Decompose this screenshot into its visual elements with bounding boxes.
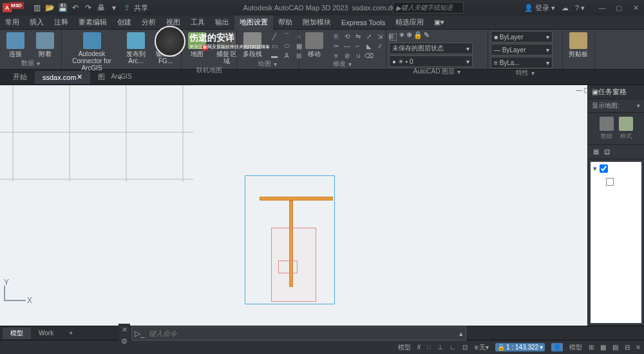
line-icon[interactable]: ╱	[269, 32, 279, 40]
tab-insert[interactable]: 插入	[24, 15, 49, 30]
help-icon[interactable]: ? ▾	[575, 4, 585, 12]
tab-express[interactable]: Express Tools	[336, 15, 390, 30]
tab-tools[interactable]: 工具	[185, 15, 210, 30]
layer-lock-icon[interactable]: 🔒	[413, 31, 422, 41]
qat-share-label[interactable]: 共享	[134, 2, 148, 14]
extend-icon[interactable]: —	[342, 42, 352, 50]
tab-output[interactable]: 输出	[210, 15, 234, 30]
attach-button[interactable]: 附着	[32, 31, 58, 59]
erase-icon[interactable]: ⌫	[364, 52, 374, 59]
tab-map-setup[interactable]: 地图设置	[234, 15, 273, 30]
status-snap-icon[interactable]: ∷	[427, 344, 431, 351]
filetab-start[interactable]: 开始	[5, 71, 35, 84]
layer-iso-icon[interactable]: ☀	[399, 31, 405, 41]
qat-dropdown-icon[interactable]: ▾	[108, 2, 120, 14]
arc-icon[interactable]: ⌒	[281, 32, 292, 40]
qat-undo-icon[interactable]: ↶	[70, 2, 81, 14]
cmd-recent-icon[interactable]: ▴	[459, 329, 463, 338]
viewport-min-icon[interactable]: —	[576, 86, 582, 94]
tab-analyze[interactable]: 分析	[137, 15, 161, 30]
panel-props-label[interactable]: 特性 ▾	[491, 68, 560, 77]
qat-share-icon[interactable]: ⇪	[121, 2, 133, 14]
status-grid-icon[interactable]: #	[417, 344, 421, 351]
panel-layer-label[interactable]: AutoCAD 图层 ▾	[389, 67, 485, 76]
basemap-button[interactable]: ✕地图	[184, 31, 210, 59]
minimize-button[interactable]: —	[596, 3, 608, 13]
task-tab1-icon[interactable]: ⊞	[593, 148, 599, 156]
trim-icon[interactable]: ✂	[331, 42, 341, 50]
tab-help[interactable]: 帮助	[273, 15, 298, 30]
webapp-icon[interactable]: ☁	[562, 4, 569, 12]
viewport-close-icon[interactable]: ✕	[591, 86, 596, 94]
close-button[interactable]: ✕	[630, 3, 641, 13]
layout-add-button[interactable]: +	[61, 328, 80, 339]
status-vis1-icon[interactable]: ⊞	[589, 344, 594, 351]
publish-arcgis-button[interactable]: 发布到 Arc...	[123, 31, 149, 66]
panel-data-label[interactable]: 数据 ▾	[3, 59, 59, 68]
qat-plot-icon[interactable]: 🖶	[95, 2, 107, 14]
layer-combo[interactable]: ● ☀ ▪ 0▾	[389, 55, 473, 67]
region-icon[interactable]: ▬	[269, 52, 279, 59]
qat-open-icon[interactable]: 📂	[44, 2, 55, 14]
linetype-combo[interactable]: — ByLayer▾	[491, 44, 553, 55]
status-menu-icon[interactable]: ≡	[636, 344, 640, 351]
move-button[interactable]: 移动	[301, 31, 327, 59]
status-scale[interactable]: 🔒 1 : 143.322▾	[495, 343, 545, 351]
layer-match-icon[interactable]: ✎	[424, 31, 430, 41]
task-tab2-icon[interactable]: ⊡	[604, 148, 610, 156]
export-fgdb-button[interactable]: 输出到 FG...	[153, 31, 178, 66]
color-combo[interactable]: ■ ByLayer▾	[491, 31, 553, 43]
layer-props-icon[interactable]: ⬚	[389, 31, 397, 41]
task-style-button[interactable]: 样式	[619, 117, 633, 141]
tab-addons[interactable]: 附加模块	[298, 15, 336, 30]
align-icon[interactable]: ≡	[331, 52, 341, 59]
rotate-icon[interactable]: ⟲	[342, 32, 352, 40]
clipboard-button[interactable]: 剪贴板	[565, 31, 591, 59]
break-icon[interactable]: ⊘	[342, 52, 352, 59]
status-globe-icon[interactable]: ⊕无▾	[474, 343, 489, 352]
status-polar-icon[interactable]: ∟	[450, 344, 456, 351]
fillet-icon[interactable]: ⌐	[353, 42, 363, 50]
qat-new-icon[interactable]: ▥	[31, 2, 43, 14]
task-pane-title[interactable]: ▣ 任务窗格	[588, 85, 644, 99]
command-line[interactable]: ▷_ ▴	[131, 326, 466, 340]
tab-create[interactable]: 创建	[112, 15, 137, 30]
connect-button[interactable]: 连接	[3, 31, 28, 59]
scale-icon[interactable]: ⤢	[364, 32, 374, 40]
task-pane-mapselect[interactable]: 显示地图:▾	[588, 99, 644, 113]
layer-state-combo[interactable]: 未保存的图层状态▾	[389, 43, 473, 54]
model-tab[interactable]: 模型	[3, 328, 31, 339]
status-osnap-icon[interactable]: ⊡	[462, 344, 468, 351]
search-input[interactable]: ▶ 键入关键字或短语	[393, 2, 464, 14]
qat-redo-icon[interactable]: ↷	[82, 2, 94, 14]
text-icon[interactable]: A	[281, 52, 292, 59]
work-tab[interactable]: Work	[31, 328, 61, 339]
maximize-button[interactable]: ▢	[613, 3, 625, 13]
tree-layer-swatch[interactable]	[606, 178, 614, 186]
status-anno-icon[interactable]: 👤	[551, 343, 563, 351]
cmd-wrench-icon[interactable]: ⚙	[118, 335, 130, 347]
lineweight-combo[interactable]: ≡ ByLa...▾	[491, 57, 553, 68]
copy-icon[interactable]: ⎘	[331, 32, 341, 40]
cmd-close-icon[interactable]: ✕	[118, 324, 130, 335]
login-button[interactable]: 👤 登录 ▾	[524, 3, 555, 13]
tab-featured[interactable]: 精选应用	[390, 15, 429, 30]
chamfer-icon[interactable]: ◣	[364, 42, 374, 50]
arcgis-connector-button[interactable]: Autodesk Connector for ArcGIS	[64, 31, 119, 73]
join-icon[interactable]: ∪	[353, 52, 363, 59]
mirror-icon[interactable]: ⇋	[353, 32, 363, 40]
tab-annotate[interactable]: 注释	[49, 15, 73, 30]
tree-check[interactable]	[600, 164, 608, 173]
capture-area-button[interactable]: 捕捉 区域	[214, 31, 240, 66]
offset-icon[interactable]: ⫽	[375, 42, 385, 50]
panel-draw-label[interactable]: 绘图 ▾	[240, 59, 296, 68]
drawing-selection[interactable]	[245, 175, 335, 304]
status-space[interactable]: 模型	[569, 343, 582, 352]
ellipse-icon[interactable]: ⬭	[281, 42, 292, 50]
viewport-max-icon[interactable]: ▢	[583, 86, 589, 94]
tab-view[interactable]: 视图	[161, 15, 185, 30]
tab-feature-edit[interactable]: 要素编辑	[73, 15, 112, 30]
tab-home[interactable]: 常用	[0, 15, 24, 30]
status-vis2-icon[interactable]: ▦	[600, 344, 606, 351]
layer-freeze-icon[interactable]: ❄	[406, 31, 412, 41]
